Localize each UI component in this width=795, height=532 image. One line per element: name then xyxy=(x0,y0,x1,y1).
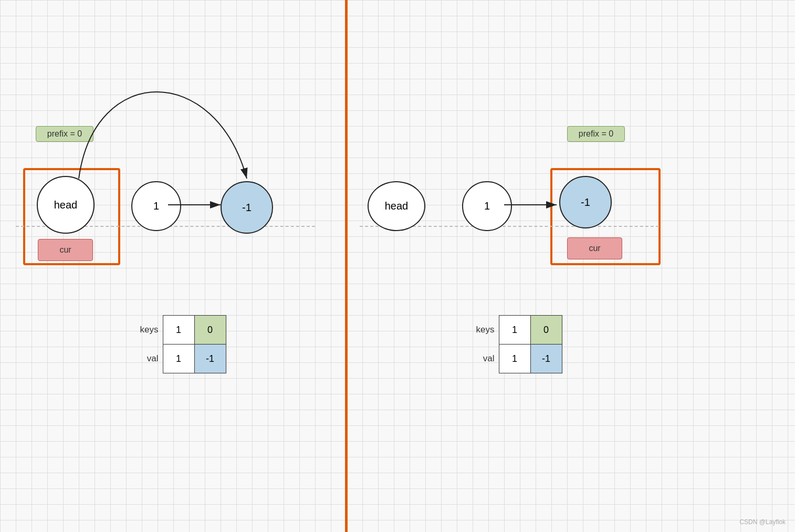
right-cur-label: cur xyxy=(567,237,622,259)
right-head-node: head xyxy=(368,181,425,231)
left-keys-row-label: keys xyxy=(131,316,163,345)
left-val-cell-2: -1 xyxy=(194,345,226,373)
watermark: CSDN @Layflok xyxy=(739,518,786,526)
right-val-cell-2: -1 xyxy=(530,345,562,373)
left-keys-cell-2: 0 xyxy=(194,316,226,345)
right-map-table: keys 1 0 val 1 -1 xyxy=(467,315,562,373)
grid-background xyxy=(0,0,795,532)
right-node-neg1: -1 xyxy=(559,176,612,228)
left-map-table: keys 1 0 val 1 -1 xyxy=(131,315,226,373)
left-prefix-label: prefix = 0 xyxy=(36,126,93,142)
right-keys-cell-1: 1 xyxy=(499,316,530,345)
left-node-1: 1 xyxy=(131,181,181,231)
left-val-row-label: val xyxy=(131,345,163,373)
left-val-cell-1: 1 xyxy=(163,345,194,373)
right-keys-row-label: keys xyxy=(467,316,499,345)
right-node-1: 1 xyxy=(462,181,512,231)
right-keys-cell-2: 0 xyxy=(530,316,562,345)
left-head-node: head xyxy=(37,176,95,234)
left-cur-label: cur xyxy=(38,239,93,261)
right-val-cell-1: 1 xyxy=(499,345,530,373)
left-keys-cell-1: 1 xyxy=(163,316,194,345)
left-node-neg1: -1 xyxy=(221,181,273,234)
panel-divider xyxy=(345,0,348,532)
right-val-row-label: val xyxy=(467,345,499,373)
right-prefix-label: prefix = 0 xyxy=(567,126,625,142)
